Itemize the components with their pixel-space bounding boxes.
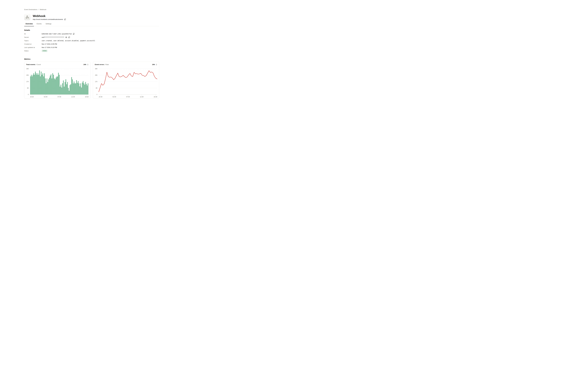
card-header: Event errors / Rate 24h bbox=[94, 64, 158, 66]
detail-label: Created at bbox=[24, 43, 42, 45]
webhook-secret-value: asd************************ bbox=[42, 36, 64, 38]
chevron-up-down-icon bbox=[87, 64, 88, 66]
topics-value: user.created, user.deleted, account.disa… bbox=[42, 40, 95, 42]
breadcrumb-separator: / bbox=[38, 9, 39, 10]
status-badge: Active bbox=[42, 50, 48, 52]
svg-text:0: 0 bbox=[96, 94, 97, 95]
card-title: Total events / Count bbox=[26, 64, 41, 66]
svg-text:07:00: 07:00 bbox=[58, 96, 61, 98]
card-title: Event errors / Rate bbox=[95, 64, 109, 66]
copy-icon bbox=[68, 36, 70, 38]
detail-row-last-updated: Last updated at Nov 17 2024, 9:10 PM bbox=[24, 46, 159, 49]
copy-icon bbox=[64, 18, 66, 20]
copy-secret-button[interactable] bbox=[68, 36, 70, 38]
breadcrumb-webhook: Webhook bbox=[40, 9, 46, 10]
tab-settings[interactable]: Settings bbox=[44, 23, 53, 26]
svg-text:19:30: 19:30 bbox=[154, 96, 157, 98]
webhook-icon-tile bbox=[24, 14, 30, 20]
svg-text:170: 170 bbox=[95, 81, 98, 82]
svg-text:12:30: 12:30 bbox=[71, 96, 75, 98]
event-errors-card: Event errors / Rate 24h 34025517085020:3… bbox=[93, 62, 159, 98]
last-updated-value: Nov 17 2024, 9:10 PM bbox=[42, 46, 57, 48]
page-content: Event Destinations / Webhook Webhook htt… bbox=[24, 0, 159, 98]
tab-events[interactable]: Events bbox=[35, 23, 43, 26]
total-events-card: Total events / Count 24h 34025517085020:… bbox=[24, 62, 90, 98]
detail-label: Secret bbox=[24, 36, 42, 38]
webhook-icon bbox=[26, 16, 29, 19]
copy-id-button[interactable] bbox=[73, 33, 74, 35]
breadcrumb-event-destinations[interactable]: Event Destinations bbox=[24, 9, 38, 10]
detail-row-topics: Topics user.created, user.deleted, accou… bbox=[24, 39, 159, 42]
entity-header: Webhook http://mock.hookdeck.com/webhook… bbox=[24, 14, 159, 20]
copy-icon bbox=[73, 33, 74, 35]
svg-text:85: 85 bbox=[96, 87, 97, 89]
total-events-chart: 34025517085020:3002:0007:0012:3019:30 bbox=[26, 67, 89, 98]
svg-text:19:30: 19:30 bbox=[85, 96, 88, 98]
detail-row-status: Status Active bbox=[24, 49, 159, 52]
range-selector[interactable]: 24h bbox=[84, 64, 88, 66]
detail-row-id: ID b4925365-b8cf-42b7-a762-aa1a539177a5 bbox=[24, 32, 159, 36]
webhook-url-row: http://mock.hookdeck.com/webhooks/events bbox=[33, 18, 66, 20]
reveal-secret-button[interactable] bbox=[65, 36, 67, 38]
details-list: ID b4925365-b8cf-42b7-a762-aa1a539177a5 … bbox=[24, 32, 159, 52]
detail-label: ID bbox=[24, 33, 42, 35]
svg-text:12:30: 12:30 bbox=[140, 96, 144, 98]
detail-label: Last updated at bbox=[24, 46, 42, 48]
svg-text:170: 170 bbox=[26, 81, 29, 82]
range-selector[interactable]: 24h bbox=[152, 64, 157, 66]
chevron-up-down-icon bbox=[156, 64, 157, 66]
svg-text:340: 340 bbox=[95, 68, 98, 70]
detail-row-secret: Secret asd************************ bbox=[24, 36, 159, 39]
metric-cards: Total events / Count 24h 34025517085020:… bbox=[24, 62, 159, 98]
webhook-url: http://mock.hookdeck.com/webhooks/events bbox=[33, 18, 63, 20]
webhook-id-value: b4925365-b8cf-42b7-a762-aa1a539177a5 bbox=[42, 33, 72, 35]
breadcrumb: Event Destinations / Webhook bbox=[24, 9, 159, 10]
svg-text:02:00: 02:00 bbox=[112, 96, 116, 98]
tab-bar: Overview Events Settings bbox=[24, 23, 159, 26]
page-title: Webhook bbox=[33, 14, 66, 18]
entity-text: Webhook http://mock.hookdeck.com/webhook… bbox=[33, 14, 66, 20]
svg-text:255: 255 bbox=[26, 74, 29, 76]
event-errors-chart: 34025517085020:3002:0007:0012:3019:30 bbox=[94, 67, 158, 98]
copy-url-button[interactable] bbox=[64, 18, 66, 20]
metrics-heading: Metrics bbox=[24, 58, 159, 60]
detail-label: Status bbox=[24, 50, 42, 52]
created-at-value: Nov 17 2024, 8:05 PM bbox=[42, 43, 57, 45]
card-header: Total events / Count 24h bbox=[26, 64, 89, 66]
svg-text:07:00: 07:00 bbox=[126, 96, 130, 98]
detail-row-created-at: Created at Nov 17 2024, 8:05 PM bbox=[24, 42, 159, 46]
tab-overview[interactable]: Overview bbox=[24, 23, 34, 26]
svg-text:0: 0 bbox=[28, 94, 29, 95]
svg-text:02:00: 02:00 bbox=[44, 96, 48, 98]
detail-label: Topics bbox=[24, 40, 42, 42]
details-heading: Details bbox=[24, 29, 159, 31]
eye-icon bbox=[65, 36, 67, 38]
svg-text:255: 255 bbox=[95, 74, 98, 76]
svg-text:20:30: 20:30 bbox=[99, 96, 102, 98]
svg-text:85: 85 bbox=[27, 87, 29, 89]
svg-text:340: 340 bbox=[26, 68, 29, 70]
svg-text:20:30: 20:30 bbox=[30, 96, 34, 98]
